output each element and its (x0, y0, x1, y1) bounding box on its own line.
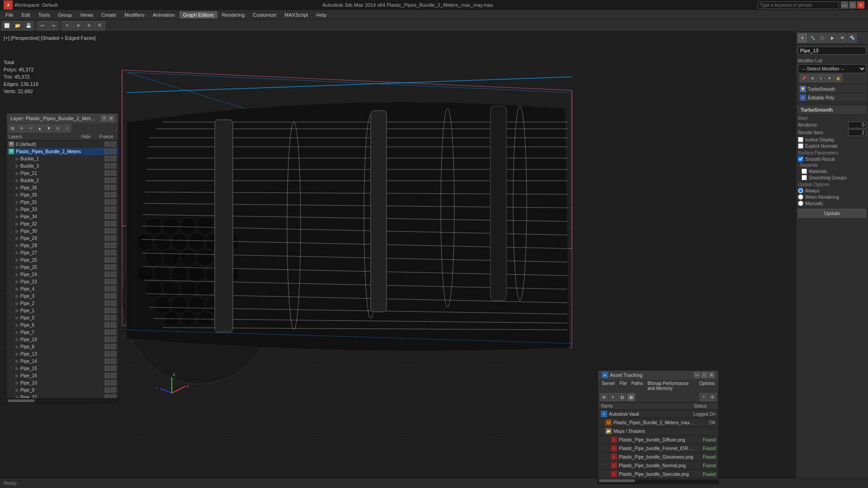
rotate-button[interactable]: ↻ (84, 21, 94, 30)
list-item[interactable]: ▷Buckle_1 (7, 155, 118, 162)
list-item[interactable]: ▷Pipe_37 (7, 394, 118, 398)
scale-button[interactable]: ⇱ (95, 21, 105, 30)
asset-item-maps-folder[interactable]: 📁 Maps / Shaders (598, 427, 718, 436)
menu-group[interactable]: Group (54, 11, 75, 19)
layer-list[interactable]: ⊞ 0 (default) ⊞ Plastic_Pipes_Bundle_2_M… (7, 141, 118, 398)
asset-scrollbar[interactable] (598, 479, 718, 484)
asset-toolbar-settings[interactable]: ⚙ (708, 393, 717, 401)
menu-edit[interactable]: Edit (18, 11, 34, 19)
list-item[interactable]: ▷Pipe_2 (7, 300, 118, 307)
mod-tab-pin[interactable]: 📌 (800, 74, 808, 82)
rp-icon-modify[interactable]: 🔧 (808, 33, 817, 42)
asset-toolbar-btn4[interactable]: ▦ (627, 393, 635, 401)
list-item[interactable]: ▷Pipe_4 (7, 285, 118, 292)
list-item[interactable]: ▷Pipe_32 (7, 220, 118, 227)
asset-toolbar-help[interactable]: ? (699, 393, 708, 401)
asset-menu-paths[interactable]: Paths (630, 380, 645, 391)
explicit-normals-checkbox[interactable] (798, 143, 803, 149)
asset-item-normal[interactable]: I Plastic_Pipe_bundle_Normal.png Found (598, 461, 718, 470)
smoothing-groups-checkbox[interactable] (802, 175, 807, 180)
asset-item-fresnel[interactable]: I Plastic_Pipe_bundle_Fresnel_IOR.png Fo… (598, 444, 718, 453)
list-item[interactable]: ▷Pipe_21 (7, 169, 118, 177)
list-item[interactable]: ▷Pipe_16 (7, 372, 118, 379)
close-button[interactable]: ✕ (857, 1, 864, 9)
menu-graph-editors[interactable]: Graph Editors (179, 11, 217, 19)
list-item[interactable]: ▷Pipe_6 (7, 321, 118, 328)
menu-rendering[interactable]: Rendering (218, 11, 249, 19)
menu-maxscript[interactable]: MAXScript (281, 11, 311, 19)
when-rendering-radio[interactable] (798, 194, 803, 200)
asset-item-specular[interactable]: I Plastic_Pipe_bundle_Specular.png Found (598, 470, 718, 479)
list-item[interactable]: ▷Pipe_24 (7, 271, 118, 278)
list-item[interactable]: ▷Pipe_31 (7, 198, 118, 206)
asset-item-max-file[interactable]: M Plastic_Pipes_Bundle_2_Meters_max_vray… (598, 418, 718, 427)
list-item[interactable]: ▷Pipe_36 (7, 184, 118, 191)
layer-scrollbar[interactable] (7, 398, 118, 404)
redo-button[interactable]: ↪ (48, 21, 58, 30)
menu-help[interactable]: Help (312, 11, 330, 19)
list-item[interactable]: ▷Pipe_10 (7, 379, 118, 386)
asset-toolbar-btn2[interactable]: ≡ (609, 393, 617, 401)
modifier-turbosm[interactable]: 💡 TurboSmooth (798, 85, 866, 94)
list-item[interactable]: ▷Pipe_27 (7, 249, 118, 256)
asset-toolbar-btn3[interactable]: ▤ (618, 393, 626, 401)
list-item[interactable]: ▷Pipe_7 (7, 328, 118, 336)
list-item[interactable]: ▷Pipe_8 (7, 343, 118, 350)
layer-item-plastic-pipes[interactable]: ⊞ Plastic_Pipes_Bundle_2_Meters (7, 148, 118, 155)
layer-panel-close[interactable]: ✕ (108, 115, 114, 122)
menu-file[interactable]: File (2, 11, 17, 19)
open-button[interactable]: 📂 (13, 21, 23, 30)
asset-menu-bitmap[interactable]: Bitmap Performance and Memory (646, 380, 696, 391)
rp-icon-display[interactable]: 👁 (838, 33, 847, 42)
mod-tab-more[interactable]: ▼ (826, 74, 834, 82)
list-item[interactable]: ▷Pipe_34 (7, 213, 118, 220)
list-item[interactable]: ▷Pipe_13 (7, 350, 118, 357)
asset-menu-file[interactable]: File (618, 380, 628, 391)
list-item[interactable]: ▷Pipe_28 (7, 242, 118, 249)
asset-item-vault[interactable]: V Autodesk Vault Logged On (598, 410, 718, 418)
list-item[interactable]: ▷Pipe_25 (7, 263, 118, 271)
asset-panel-header[interactable]: A Asset Tracking — □ ✕ (598, 371, 718, 380)
manually-radio[interactable] (798, 201, 803, 206)
viewport[interactable]: [+] [Perspective] [Shaded + Edged Faces]… (0, 32, 796, 488)
list-item[interactable]: ▷Pipe_33 (7, 206, 118, 213)
rp-icon-hierarchy[interactable]: ⬡ (818, 33, 827, 42)
asset-panel-minimize[interactable]: — (694, 372, 700, 378)
asset-menu-server[interactable]: Server (600, 380, 617, 391)
asset-panel-close[interactable]: ✕ (708, 372, 715, 378)
layer-move-down-btn[interactable]: ▼ (45, 124, 53, 132)
minimize-button[interactable]: — (841, 1, 848, 9)
asset-panel-maximize[interactable]: □ (701, 372, 708, 378)
layer-select-btn[interactable]: ⊙ (54, 124, 62, 132)
object-name-input[interactable]: Pipe_13 (798, 47, 866, 55)
list-item[interactable]: ▷Pipe_29 (7, 235, 118, 242)
asset-toolbar-btn1[interactable]: ⊞ (600, 393, 608, 401)
new-button[interactable]: ⬜ (2, 21, 12, 30)
move-button[interactable]: ✛ (73, 21, 83, 30)
list-item[interactable]: ▷Pipe_3 (7, 292, 118, 300)
list-item[interactable]: ▷Pipe_9 (7, 386, 118, 394)
update-button[interactable]: Update (798, 209, 866, 218)
menu-customize[interactable]: Customize (249, 11, 280, 19)
menu-modifiers[interactable]: Modifiers (121, 11, 148, 19)
layer-move-up-btn[interactable]: ▲ (36, 124, 44, 132)
menu-animation[interactable]: Animation (149, 11, 179, 19)
list-item[interactable]: ▷Pipe_23 (7, 278, 118, 285)
mod-tab-configure[interactable]: ⚙ (808, 74, 816, 82)
layer-panel-help[interactable]: ? (101, 115, 107, 122)
mod-tab-stack[interactable]: ≡ (817, 74, 825, 82)
iterations-input[interactable] (848, 122, 866, 128)
list-item[interactable]: ▷Pipe_5 (7, 314, 118, 321)
smooth-result-checkbox[interactable] (798, 156, 803, 162)
layer-add-btn[interactable]: + (27, 124, 35, 132)
save-button[interactable]: 💾 (24, 21, 33, 30)
isoline-checkbox[interactable] (798, 137, 803, 142)
layer-delete-btn[interactable]: ✕ (18, 124, 26, 132)
menu-tools[interactable]: Tools (35, 11, 54, 19)
mod-tab-lock[interactable]: 🔒 (834, 74, 842, 82)
menu-views[interactable]: Views (76, 11, 97, 19)
list-item[interactable]: ▷Pipe_1 (7, 307, 118, 314)
modifier-dropdown[interactable]: -- Select Modifier -- (798, 64, 866, 73)
layer-new-btn[interactable]: ⊞ (9, 124, 17, 132)
list-item[interactable]: ▷Pipe_19 (7, 336, 118, 343)
